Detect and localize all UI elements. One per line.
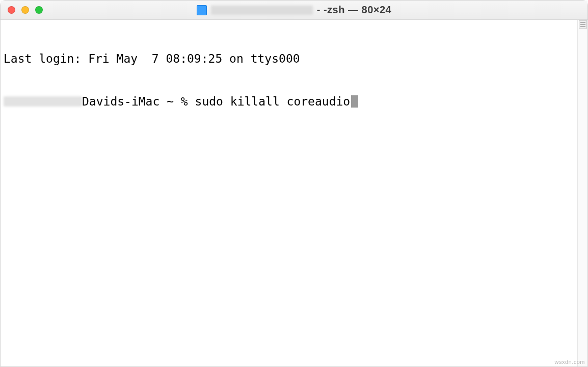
watermark: wsxdn.com [554,359,585,365]
scroll-indicator-icon[interactable] [579,20,587,29]
titlebar: - -zsh — 80×24 [1,1,587,20]
window-controls [8,6,43,14]
process-icon [197,5,207,15]
title-text: - -zsh — 80×24 [317,4,392,16]
window-body: Last login: Fri May 7 08:09:25 on ttys00… [1,20,587,366]
cursor-icon [351,95,358,108]
zoom-icon[interactable] [35,6,43,14]
command-text: sudo killall coreaudio [195,94,351,109]
close-icon[interactable] [8,6,15,14]
prompt-host: Davids-iMac ~ % [82,94,195,109]
last-login-line: Last login: Fri May 7 08:09:25 on ttys00… [4,51,577,66]
terminal-window: - -zsh — 80×24 Last login: Fri May 7 08:… [0,0,588,367]
redacted-user-segment [4,96,82,107]
minimize-icon[interactable] [21,6,29,14]
prompt-line: Davids-iMac ~ % sudo killall coreaudio [4,94,577,109]
terminal-content[interactable]: Last login: Fri May 7 08:09:25 on ttys00… [1,20,577,366]
redacted-title-segment [211,6,313,15]
scrollbar[interactable] [577,20,587,366]
window-title: - -zsh — 80×24 [1,4,587,16]
